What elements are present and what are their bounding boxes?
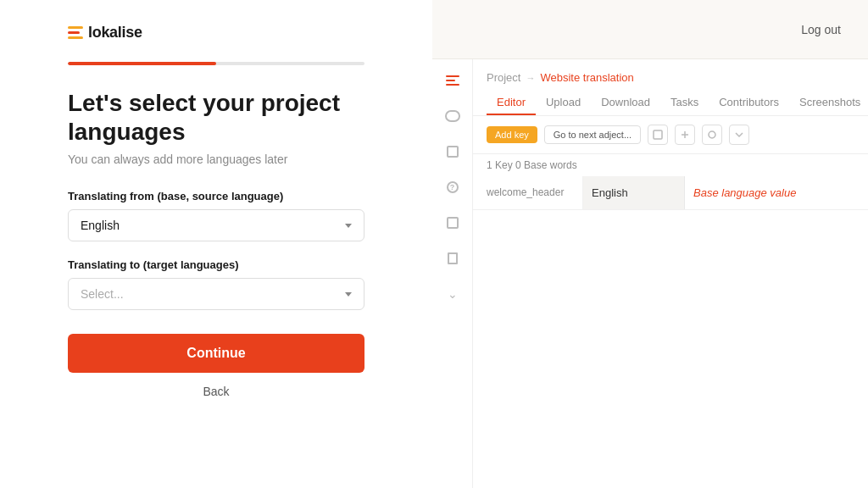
toolbar-icon-2[interactable] [675, 125, 695, 145]
logo-text: lokalise [88, 24, 142, 42]
source-language-field: Translating from (base, source language)… [68, 190, 364, 241]
logo-bar-mid [68, 31, 80, 34]
file-icon [448, 252, 458, 264]
sidebar-item-contributors[interactable] [443, 107, 462, 125]
source-chevron-icon [345, 224, 352, 228]
target-label: Translating to (target languages) [68, 258, 364, 271]
svg-point-1 [709, 131, 715, 138]
keys-info: 1 Key 0 Base words [473, 154, 868, 176]
progress-bar-area [0, 42, 432, 65]
help-icon: ? [447, 181, 459, 193]
source-label: Translating from (base, source language) [68, 190, 364, 202]
sidebar-item-file[interactable] [443, 249, 462, 268]
calendar-icon [447, 146, 459, 158]
hb-line-2 [446, 80, 455, 81]
tab-contributors[interactable]: Contributors [709, 91, 789, 115]
sidebar-item-check[interactable] [443, 214, 462, 232]
logo-area: lokalise [0, 0, 432, 42]
logout-button[interactable]: Log out [801, 23, 841, 36]
target-chevron-icon [345, 292, 352, 297]
tab-tasks[interactable]: Tasks [660, 91, 709, 115]
breadcrumb-project: Project [487, 71, 520, 84]
breadcrumb-arrow-icon: → [526, 73, 535, 83]
source-language-value: English [81, 219, 120, 232]
add-key-button[interactable]: Add key [487, 126, 537, 143]
editor-tabs: Editor Upload Download Tasks Contributor… [473, 84, 868, 116]
main-content: Let's select your project languages You … [0, 65, 432, 398]
sidebar: ? ⌄ [432, 59, 473, 488]
toolbar-icon-1[interactable] [648, 125, 668, 145]
tab-screenshots[interactable]: Screenshots [789, 91, 868, 115]
filter-button[interactable]: Go to next adject... [544, 125, 641, 144]
key-column: welcome_header [473, 176, 583, 209]
page-title: Let's select your project languages [68, 89, 364, 146]
tab-upload[interactable]: Upload [536, 91, 591, 115]
continue-button[interactable]: Continue [68, 334, 364, 373]
editor-area: Project → Website translation Editor Upl… [473, 59, 868, 488]
value-column[interactable]: Base language value [685, 176, 868, 209]
right-panel: Log out ? [432, 0, 868, 488]
toolbar-icon-3[interactable] [702, 125, 722, 145]
hamburger-icon [446, 75, 459, 86]
target-language-field: Translating to (target languages) Select… [68, 258, 364, 310]
hb-line-1 [446, 75, 459, 77]
breadcrumb: Project → Website translation [473, 59, 868, 84]
sidebar-item-tasks[interactable] [443, 142, 462, 161]
table-row: welcome_header English Base language val… [473, 176, 868, 210]
bird-icon: ⌄ [448, 287, 458, 301]
translation-table: welcome_header English Base language val… [473, 176, 868, 210]
logo-bar-top [68, 26, 83, 29]
tab-editor[interactable]: Editor [487, 91, 536, 115]
page-subtitle: You can always add more languages later [68, 152, 364, 166]
lang-column: English [583, 176, 685, 209]
svg-rect-0 [654, 130, 662, 139]
topbar: Log out [432, 0, 868, 59]
back-link[interactable]: Back [68, 385, 364, 398]
hb-line-3 [446, 84, 459, 86]
left-panel: lokalise Let's select your project langu… [0, 0, 432, 488]
people-icon [445, 110, 460, 122]
editor-toolbar: Add key Go to next adject... [473, 116, 868, 154]
sidebar-item-home[interactable] [443, 71, 462, 90]
source-language-select[interactable]: English [68, 209, 364, 241]
tab-download[interactable]: Download [591, 91, 660, 115]
toolbar-icon-4[interactable] [729, 125, 749, 145]
logo-bar-bot [68, 36, 83, 39]
app-layout: ? ⌄ Project → Website translation Editor… [432, 59, 868, 488]
sidebar-item-help[interactable]: ? [443, 178, 462, 197]
target-language-placeholder: Select... [81, 287, 124, 301]
sidebar-item-bird[interactable]: ⌄ [443, 285, 462, 303]
logo-icon [68, 26, 83, 39]
breadcrumb-current: Website translation [540, 71, 633, 84]
check-icon [447, 217, 459, 229]
target-language-select[interactable]: Select... [68, 278, 364, 310]
